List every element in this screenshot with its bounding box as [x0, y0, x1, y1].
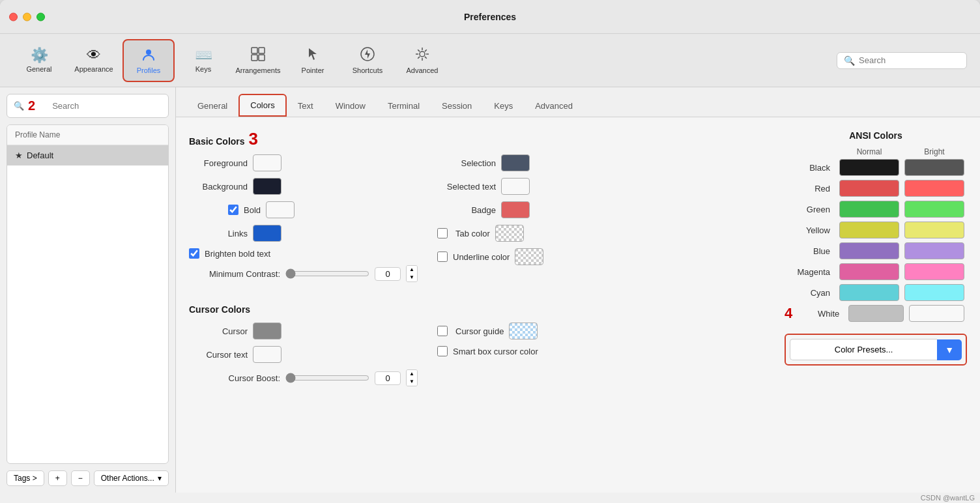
minimum-contrast-slider[interactable]: [285, 268, 369, 279]
ansi-row-red: Red: [785, 180, 967, 197]
badge-swatch[interactable]: [501, 201, 530, 218]
ansi-row-blue: Blue: [785, 242, 967, 259]
annotation-2: 2: [28, 98, 35, 113]
ansi-normal-red[interactable]: [839, 180, 899, 197]
tab-color-swatch[interactable]: [495, 225, 524, 242]
underline-color-checkbox[interactable]: [437, 252, 448, 262]
tab-advanced[interactable]: Advanced: [524, 95, 584, 116]
selected-text-row: Selected text: [437, 178, 543, 195]
ansi-normal-white[interactable]: [848, 305, 904, 322]
ansi-normal-yellow[interactable]: [839, 222, 899, 238]
cursor-guide-swatch[interactable]: [509, 323, 538, 339]
toolbar-item-arrangements[interactable]: Arrangements: [232, 39, 284, 82]
lightning-icon: [360, 47, 375, 64]
foreground-swatch[interactable]: [253, 154, 281, 171]
other-actions-button[interactable]: Other Actions... ▾: [94, 470, 169, 486]
min-contrast-up[interactable]: ▲: [407, 266, 417, 274]
tab-colors[interactable]: Colors: [238, 94, 287, 117]
ansi-bright-red[interactable]: [904, 180, 964, 197]
cursor-text-label: Cursor text: [189, 350, 248, 360]
ansi-bright-yellow[interactable]: [904, 222, 964, 238]
cursor-colors-section: Cursor Colors Cursor: [189, 304, 771, 393]
cursor-row: Cursor: [189, 323, 418, 339]
tags-button[interactable]: Tags >: [7, 470, 44, 486]
cursor-boost-up[interactable]: ▲: [407, 370, 417, 378]
smart-box-cursor-checkbox[interactable]: [437, 346, 448, 356]
cursor-swatch[interactable]: [253, 323, 281, 339]
ansi-normal-magenta[interactable]: [839, 263, 899, 280]
ansi-bright-cyan[interactable]: [904, 284, 964, 301]
remove-profile-button[interactable]: −: [71, 470, 90, 486]
ansi-bright-magenta[interactable]: [904, 263, 964, 280]
ansi-label-yellow: Yellow: [785, 225, 837, 235]
selected-text-swatch[interactable]: [501, 178, 530, 195]
toolbar-item-keys[interactable]: ⌨️ Keys: [177, 39, 229, 82]
cursor-boost-down[interactable]: ▼: [407, 378, 417, 386]
bold-checkbox[interactable]: [228, 205, 238, 215]
ansi-row-white: 4White: [785, 305, 967, 322]
color-presets-dropdown[interactable]: ▼: [937, 339, 962, 360]
ansi-bright-blue[interactable]: [904, 242, 964, 259]
tab-window[interactable]: Window: [324, 95, 377, 116]
brighten-bold-row: Brighten bold text: [189, 248, 418, 259]
ansi-bright-green[interactable]: [904, 201, 964, 218]
close-button[interactable]: [9, 12, 18, 21]
bold-label: Bold: [244, 205, 261, 215]
toolbar-label-appearance: Appearance: [74, 65, 113, 73]
tab-keys[interactable]: Keys: [483, 95, 524, 116]
ansi-row-green: Green: [785, 201, 967, 218]
annotation-3: 3: [249, 130, 258, 147]
cursor-text-swatch[interactable]: [253, 346, 281, 363]
cursor-text-row: Cursor text: [189, 346, 418, 363]
ansi-bright-black[interactable]: [904, 159, 964, 176]
minimum-contrast-stepper: ▲ ▼: [406, 265, 418, 282]
content-area: Basic Colors 3 Foreground: [176, 117, 980, 493]
tab-text[interactable]: Text: [287, 95, 324, 116]
svg-point-6: [420, 51, 425, 57]
cursor-guide-label: Cursor guide: [455, 326, 504, 336]
toolbar-label-advanced: Advanced: [407, 66, 439, 74]
cursor-color-columns: Cursor Cursor text Curso: [189, 323, 771, 393]
sidebar-search-input[interactable]: [42, 101, 162, 111]
toolbar-item-profiles[interactable]: Profiles: [122, 39, 175, 82]
brighten-bold-checkbox[interactable]: [189, 248, 199, 259]
pointer-icon: [306, 47, 320, 64]
underline-color-swatch[interactable]: [515, 248, 543, 265]
tab-general[interactable]: General: [186, 95, 238, 116]
tab-terminal[interactable]: Terminal: [377, 95, 431, 116]
ansi-normal-green[interactable]: [839, 201, 899, 218]
background-swatch[interactable]: [253, 178, 281, 195]
svg-rect-4: [259, 55, 265, 61]
cursor-boost-slider[interactable]: [285, 373, 369, 383]
toolbar-item-shortcuts[interactable]: Shortcuts: [341, 39, 394, 82]
tab-session[interactable]: Session: [431, 95, 483, 116]
toolbar-item-pointer[interactable]: Pointer: [287, 39, 339, 82]
maximize-button[interactable]: [36, 12, 45, 21]
ansi-normal-blue[interactable]: [839, 242, 899, 259]
add-profile-button[interactable]: +: [48, 470, 67, 486]
ansi-rows-container: Black Red Green Yellow Blue Magenta Cyan…: [785, 159, 967, 326]
ansi-bright-white[interactable]: [909, 305, 964, 322]
color-presets-button[interactable]: Color Presets...: [790, 339, 937, 360]
svg-point-0: [146, 50, 151, 55]
toolbar-label-pointer: Pointer: [302, 66, 324, 74]
links-swatch[interactable]: [253, 225, 281, 242]
cursor-boost-label: Cursor Boost:: [189, 373, 280, 383]
toolbar-item-appearance[interactable]: 👁 Appearance: [68, 39, 120, 82]
ansi-normal-cyan[interactable]: [839, 284, 899, 301]
ansi-bright-header: Bright: [902, 147, 967, 156]
ansi-normal-header: Normal: [837, 147, 902, 156]
profile-item-default[interactable]: ★ Default: [7, 145, 168, 165]
bold-swatch[interactable]: [266, 201, 295, 218]
toolbar-search-input[interactable]: [859, 55, 960, 65]
toolbar-item-general[interactable]: ⚙️ General: [13, 39, 65, 82]
cursor-guide-checkbox[interactable]: [437, 326, 448, 336]
ansi-normal-black[interactable]: [839, 159, 899, 176]
toolbar-item-advanced[interactable]: Advanced: [396, 39, 448, 82]
min-contrast-down[interactable]: ▼: [407, 274, 417, 281]
minimize-button[interactable]: [23, 12, 31, 21]
tab-color-checkbox[interactable]: [437, 228, 448, 238]
background-row: Background: [189, 178, 418, 195]
toolbar-items: ⚙️ General 👁 Appearance Profiles: [13, 39, 834, 82]
selection-swatch[interactable]: [501, 154, 530, 171]
